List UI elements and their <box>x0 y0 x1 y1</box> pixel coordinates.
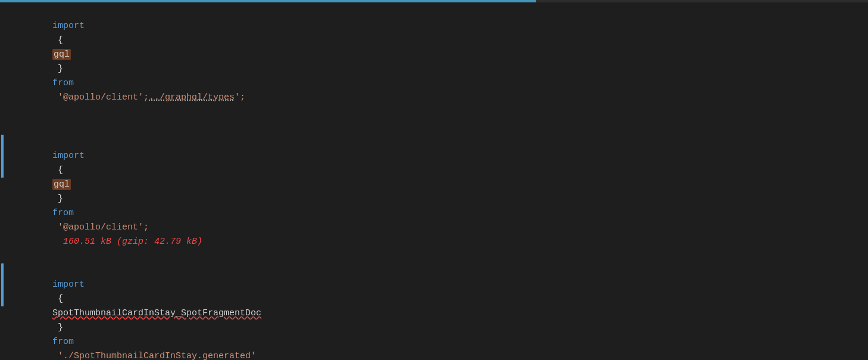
gql-highlight-1: gql <box>52 49 71 60</box>
line-content-1: import { gql } from '@apollo/client';../… <box>10 5 868 119</box>
line-marker-4 <box>1 263 4 306</box>
string-apollo-3: '@apollo/client'; <box>52 222 149 232</box>
punct-3a: { <box>52 165 68 175</box>
scrollbar-thumb[interactable] <box>0 0 536 2</box>
keyword-from-4: from <box>52 337 74 347</box>
punct-1a: { <box>52 35 68 45</box>
line-gutter-4 <box>5 263 10 306</box>
line-content-e1 <box>10 119 868 134</box>
code-container: import { gql } from '@apollo/client';../… <box>0 2 868 360</box>
code-line-1: import { gql } from '@apollo/client';../… <box>0 5 868 119</box>
punct-1b: } <box>52 64 68 74</box>
keyword-import-3: import <box>52 151 85 161</box>
str-end-1: '; <box>235 92 245 103</box>
punct-4b: } <box>52 322 68 333</box>
string-generated: './SpotThumbnailCardInStay.generated' <box>52 351 256 360</box>
punct-3b: } <box>52 194 68 204</box>
code-line-empty-1 <box>0 119 868 135</box>
string-apollo-1: '@apollo/client'; <box>52 92 149 103</box>
keyword-import-1: import <box>52 21 85 31</box>
line-content-4: import { SpotThumbnailCardInStay_SpotFra… <box>10 263 868 360</box>
keyword-import-4: import <box>52 280 85 290</box>
types-path: ../graphql/types <box>149 92 235 103</box>
scrollbar-top[interactable] <box>0 0 868 2</box>
bundle-size-info: 160.51 kB (gzip: 42.79 kB) <box>52 237 202 247</box>
punct-4a: { <box>52 294 68 304</box>
keyword-from-3: from <box>52 208 74 218</box>
gql-highlight-3: gql <box>52 179 71 190</box>
code-editor: import { gql } from '@apollo/client';../… <box>0 0 868 360</box>
code-line-4: import { SpotThumbnailCardInStay_SpotFra… <box>0 263 868 360</box>
line-content-3: import { gql } from '@apollo/client'; 16… <box>10 135 868 263</box>
code-line-3: import { gql } from '@apollo/client'; 16… <box>0 135 868 263</box>
keyword-from-1: from <box>52 78 74 88</box>
fragment-doc-import: SpotThumbnailCardInStay_SpotFragmentDoc <box>52 308 261 318</box>
line-marker-3 <box>1 135 4 178</box>
line-gutter-3 <box>5 135 10 178</box>
